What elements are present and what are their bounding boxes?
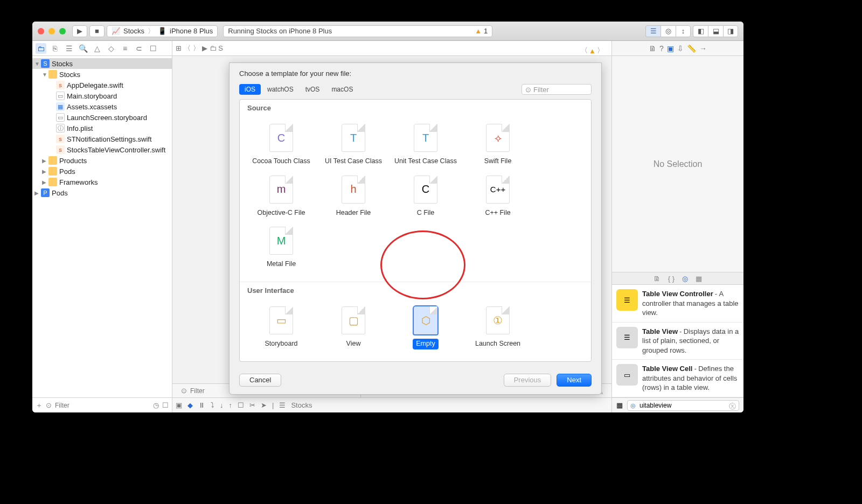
recent-icon[interactable]: ◷ [153, 401, 159, 409]
back-icon[interactable]: 〈 [184, 44, 191, 53]
version-editor-button[interactable]: ↕ [676, 25, 691, 37]
step-over-icon[interactable]: ⤵ [211, 401, 214, 409]
media-library-tab[interactable]: ▦ [696, 275, 702, 283]
tree-file[interactable]: ▭Main.storyboard [32, 90, 172, 101]
tree-folder[interactable]: ▶Products [32, 155, 172, 166]
tree-file[interactable]: sSTNotificationSettings.swift [32, 134, 172, 144]
template-view[interactable]: ▢View [317, 302, 390, 354]
close-icon[interactable] [38, 28, 44, 34]
forward-icon[interactable]: 〉 [193, 44, 200, 53]
location-icon[interactable]: ➤ [261, 401, 267, 409]
warning-badge[interactable]: ▲ 1 [475, 27, 488, 35]
clear-search-icon[interactable]: ⓧ [729, 402, 736, 411]
platform-tab-ios[interactable]: iOS [239, 84, 261, 95]
template-cocoa-touch-class[interactable]: CCocoa Touch Class [245, 120, 317, 171]
back-icon[interactable]: 〈 [581, 46, 588, 55]
symbol-navigator-tab[interactable]: ☰ [64, 43, 74, 54]
related-items-icon[interactable]: ⊞ [176, 44, 182, 52]
toggle-navigator-button[interactable]: ◧ [693, 25, 708, 37]
tree-group[interactable]: ▼Stocks [32, 69, 172, 80]
tree-file[interactable]: sAppDelegate.swift [32, 80, 172, 90]
template-header-file[interactable]: hHeader File [317, 171, 390, 223]
navigator-panel: 🗀 ⎘ ☰ 🔍 △ ◇ ≡ ⊂ ☐ ▼SStocks ▼Stocks sAppD… [32, 41, 172, 412]
pause-icon[interactable]: ⏸ [198, 401, 205, 409]
platform-tab-tvos[interactable]: tvOS [300, 84, 325, 95]
library-item[interactable]: ☰ Table View - Displays data in a list o… [612, 323, 743, 360]
tree-file[interactable]: ▭LaunchScreen.storyboard [32, 112, 172, 123]
breakpoint-navigator-tab[interactable]: ⊂ [134, 43, 144, 54]
library-tabs: 🗎 { } ◎ ▦ [612, 272, 743, 285]
code-snippet-library-tab[interactable]: { } [668, 275, 675, 283]
activity-status: Running Stocks on iPhone 8 Plus ▲ 1 [223, 25, 492, 37]
maximize-icon[interactable] [59, 28, 66, 34]
attributes-inspector-tab[interactable]: ⇩ [677, 44, 684, 53]
template-swift-file[interactable]: ⟡Swift File [462, 120, 534, 171]
step-out-icon[interactable]: ↑ [229, 401, 233, 409]
run-button[interactable]: ▶ [72, 25, 87, 37]
library-item[interactable]: ▭ Table View Cell - Defines the attribut… [612, 360, 743, 397]
identity-inspector-tab[interactable]: ▣ [667, 44, 674, 53]
toggle-inspector-button[interactable]: ◨ [723, 25, 738, 37]
source-control-tab[interactable]: ⎘ [50, 43, 60, 54]
platform-tab-watchos[interactable]: watchOS [262, 84, 299, 95]
find-navigator-tab[interactable]: 🔍 [78, 43, 88, 54]
template-cpp-file[interactable]: C++C++ File [462, 171, 534, 223]
object-library-tab[interactable]: ◎ [682, 275, 688, 283]
navigator-tabs: 🗀 ⎘ ☰ 🔍 △ ◇ ≡ ⊂ ☐ [32, 41, 172, 56]
breakpoints-icon[interactable]: ◆ [187, 401, 193, 409]
tree-folder[interactable]: ▶Pods [32, 166, 172, 177]
template-storyboard[interactable]: ▭Storyboard [245, 302, 317, 354]
panel-toggle-group: ◧ ⬓ ◨ [693, 25, 738, 37]
tree-file[interactable]: sStocksTableViewController.swift [32, 144, 172, 155]
next-button[interactable]: Next [557, 374, 592, 387]
forward-icon[interactable]: 〉 [597, 46, 604, 55]
template-ui-test-case[interactable]: TUI Test Case Class [317, 120, 390, 171]
toggle-debug-button[interactable]: ⬓ [708, 25, 723, 37]
file-inspector-tab[interactable]: 🗎 [649, 44, 656, 53]
test-navigator-tab[interactable]: ◇ [106, 43, 116, 54]
memory-graph-icon[interactable]: ✂ [249, 401, 255, 409]
help-inspector-tab[interactable]: ? [659, 44, 664, 53]
template-launch-screen[interactable]: ①Launch Screen [462, 302, 534, 354]
report-navigator-tab[interactable]: ☐ [148, 43, 158, 54]
template-c-file[interactable]: CC File [390, 171, 462, 223]
tree-file[interactable]: ▦Assets.xcassets [32, 101, 172, 112]
add-icon[interactable]: ＋ [36, 401, 43, 410]
template-metal-file[interactable]: MMetal File [245, 222, 317, 274]
debug-navigator-tab[interactable]: ≡ [120, 43, 130, 54]
no-selection-label: No Selection [612, 56, 743, 272]
debug-breadcrumb[interactable]: Stocks [291, 401, 312, 409]
project-navigator-tab[interactable]: 🗀 [36, 43, 46, 54]
template-empty[interactable]: ⬡Empty [390, 302, 462, 354]
platform-tab-macos[interactable]: macOS [326, 84, 358, 95]
issue-navigator-tab[interactable]: △ [92, 43, 102, 54]
cancel-button[interactable]: Cancel [239, 374, 281, 387]
titlebar: ▶ ■ 📈 Stocks 〉 📱 iPhone 8 Plus Running S… [32, 22, 743, 41]
stop-button[interactable]: ■ [89, 25, 105, 37]
library-search-input[interactable] [627, 400, 739, 411]
step-into-icon[interactable]: ↓ [220, 401, 224, 409]
template-unit-test-case[interactable]: TUnit Test Case Class [390, 120, 462, 171]
assistant-editor-button[interactable]: ◎ [661, 25, 676, 37]
tree-file[interactable]: ⓘInfo.plist [32, 123, 172, 134]
tree-project-root[interactable]: ▶PPods [32, 187, 172, 198]
library-item[interactable]: ☰ Table View Controller - A controller t… [612, 285, 743, 323]
app-icon: 📈 [112, 27, 120, 35]
scheme-selector[interactable]: 📈 Stocks 〉 📱 iPhone 8 Plus [107, 25, 218, 37]
jump-bar[interactable]: ⊞ 〈 〉 ▶ 🗀 S [172, 41, 611, 56]
hide-debug-icon[interactable]: ▣ [176, 401, 182, 409]
template-filter-input[interactable]: ⊙ Filter [522, 84, 592, 95]
size-inspector-tab[interactable]: 📏 [687, 44, 696, 53]
tree-folder[interactable]: ▶Frameworks [32, 177, 172, 187]
file-template-library-tab[interactable]: 🗎 [654, 275, 661, 283]
minimize-icon[interactable] [48, 28, 55, 34]
grid-view-icon[interactable]: ▦ [616, 401, 623, 409]
scm-icon[interactable]: ☐ [162, 401, 169, 409]
navigator-filter-input[interactable] [55, 402, 150, 409]
previous-button[interactable]: Previous [504, 374, 552, 387]
template-objc-file[interactable]: mObjective-C File [245, 171, 317, 223]
tree-project-root[interactable]: ▼SStocks [32, 58, 172, 69]
view-debug-icon[interactable]: ☐ [238, 401, 244, 409]
connections-inspector-tab[interactable]: → [699, 44, 707, 53]
standard-editor-button[interactable]: ☰ [645, 25, 661, 37]
